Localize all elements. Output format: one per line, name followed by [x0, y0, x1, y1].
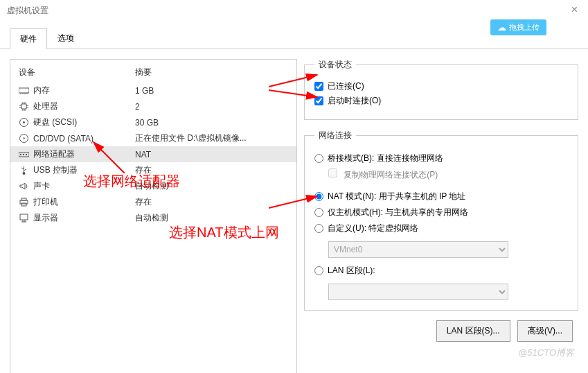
replicate-checkbox	[328, 168, 337, 177]
upload-badge[interactable]: ☁ 拖拽上传	[490, 19, 546, 35]
lan-radio[interactable]	[314, 266, 323, 275]
window-title: 虚拟机设置	[7, 5, 48, 17]
settings-panel: 设备状态 已连接(C) 启动时连接(O) 网络连接 桥接模式(B): 直接连接物…	[304, 59, 578, 373]
custom-row: 自定义(U): 特定虚拟网络	[314, 223, 568, 234]
svg-rect-20	[23, 154, 24, 155]
network-connection-legend: 网络连接	[314, 130, 356, 141]
cd-icon	[19, 134, 29, 143]
device-row-printer[interactable]: 打印机 存在	[10, 194, 296, 210]
device-status-group: 设备状态 已连接(C) 启动时连接(O)	[304, 59, 578, 120]
svg-rect-21	[26, 154, 27, 155]
bridged-row: 桥接模式(B): 直接连接物理网络	[314, 153, 568, 164]
connect-at-poweron-checkbox[interactable]	[314, 96, 323, 105]
cloud-icon: ☁	[497, 22, 506, 33]
svg-rect-0	[19, 88, 29, 93]
device-row-sound[interactable]: 声卡 自动检测	[10, 178, 296, 194]
hostonly-row: 仅主机模式(H): 与主机共享的专用网络	[314, 207, 568, 218]
upload-label: 拖拽上传	[509, 22, 540, 33]
button-row: LAN 区段(S)... 高级(V)...	[304, 320, 578, 342]
lan-row: LAN 区段(L):	[314, 265, 568, 277]
sound-icon	[19, 182, 29, 191]
svg-marker-26	[20, 183, 25, 189]
nat-row: NAT 模式(N): 用于共享主机的 IP 地址	[314, 191, 568, 202]
svg-point-17	[24, 138, 25, 139]
watermark: @51CTO博客	[518, 347, 574, 359]
close-icon[interactable]: ×	[571, 3, 578, 16]
custom-radio[interactable]	[314, 224, 323, 233]
svg-rect-5	[21, 104, 26, 109]
usb-icon	[19, 166, 29, 175]
lan-segments-button[interactable]: LAN 区段(S)...	[436, 320, 510, 342]
disk-icon	[19, 118, 29, 127]
network-connection-group: 网络连接 桥接模式(B): 直接连接物理网络 复制物理网络连接状态(P) NAT…	[304, 130, 578, 311]
device-row-cd[interactable]: CD/DVD (SATA) 正在使用文件 D:\虚拟机镜像...	[10, 130, 296, 146]
device-list-header: 设备 摘要	[10, 60, 296, 83]
svg-rect-19	[20, 154, 21, 155]
col-device: 设备	[10, 67, 135, 78]
connected-checkbox[interactable]	[314, 82, 323, 91]
hostonly-radio[interactable]	[314, 208, 323, 217]
device-row-network[interactable]: 网络适配器 NAT	[10, 146, 296, 162]
bridged-radio[interactable]	[314, 154, 323, 163]
svg-line-25	[24, 169, 27, 171]
device-row-cpu[interactable]: 处理器 2	[10, 98, 296, 114]
nat-radio[interactable]	[314, 192, 323, 201]
replicate-row: 复制物理网络连接状态(P)	[328, 168, 568, 181]
col-summary: 摘要	[135, 67, 296, 78]
device-list-panel: 设备 摘要 内存 1 GB 处理器 2 硬盘 (SCSI) 30 GB CD/D…	[10, 59, 297, 373]
svg-point-16	[20, 135, 28, 143]
lan-select	[328, 284, 508, 300]
network-icon	[19, 150, 29, 159]
printer-icon	[19, 198, 29, 207]
display-icon	[19, 214, 29, 223]
title-bar: 虚拟机设置 ×	[0, 0, 588, 21]
svg-rect-30	[20, 214, 28, 220]
device-row-disk[interactable]: 硬盘 (SCSI) 30 GB	[10, 114, 296, 130]
memory-icon	[19, 86, 29, 95]
device-status-legend: 设备状态	[314, 59, 356, 71]
tab-hardware[interactable]: 硬件	[10, 28, 47, 49]
svg-point-15	[23, 121, 25, 123]
vmnet-select: VMnet0	[328, 241, 508, 258]
advanced-button[interactable]: 高级(V)...	[517, 320, 573, 342]
cpu-icon	[19, 102, 29, 111]
device-row-memory[interactable]: 内存 1 GB	[10, 83, 296, 98]
connected-row: 已连接(C)	[314, 80, 568, 92]
tab-options[interactable]: 选项	[47, 28, 84, 49]
connect-at-poweron-row: 启动时连接(O)	[314, 95, 568, 107]
svg-line-24	[21, 168, 24, 169]
device-row-usb[interactable]: USB 控制器 存在	[10, 162, 296, 178]
device-row-display[interactable]: 显示器 自动检测	[10, 210, 296, 226]
